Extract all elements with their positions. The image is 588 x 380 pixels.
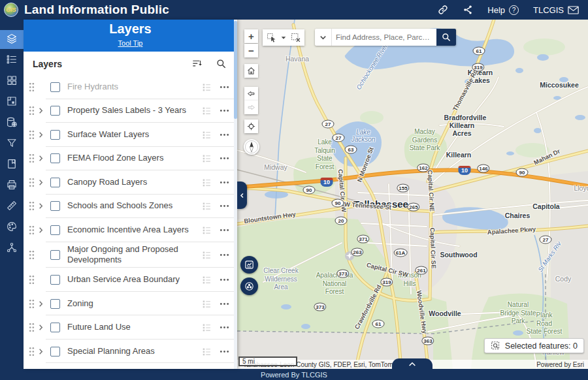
legend-list-icon[interactable]: [202, 299, 212, 309]
drag-handle-icon[interactable]: [29, 275, 37, 285]
gis-logo: GIS: [4, 3, 18, 17]
expand-chevron-icon[interactable]: [37, 179, 47, 186]
expand-chevron-icon[interactable]: [37, 300, 47, 308]
search-icon[interactable]: [216, 58, 227, 69]
search-input[interactable]: [332, 29, 436, 46]
sidebar-item-print[interactable]: [0, 176, 24, 195]
row-options-icon[interactable]: [220, 253, 229, 257]
row-options-icon[interactable]: [220, 181, 229, 184]
drag-handle-icon[interactable]: [29, 130, 37, 140]
row-options-icon[interactable]: [220, 278, 229, 281]
search-submit-button[interactable]: [436, 29, 456, 46]
expand-chevron-icon[interactable]: [37, 202, 47, 210]
layer-checkbox[interactable]: [50, 82, 60, 92]
row-options-icon[interactable]: [220, 133, 229, 136]
expand-chevron-icon[interactable]: [37, 155, 47, 162]
legend-list-icon[interactable]: [202, 201, 212, 211]
locate-button[interactable]: [244, 119, 258, 133]
link-icon[interactable]: [438, 5, 448, 15]
sort-filter-icon[interactable]: [191, 58, 203, 69]
sidebar-item-draw[interactable]: [0, 218, 24, 237]
layer-checkbox[interactable]: [50, 178, 60, 187]
zoom-in-button[interactable]: +: [244, 29, 258, 43]
selection-dropdown-caret-icon[interactable]: [280, 35, 287, 41]
drag-handle-icon[interactable]: [29, 225, 37, 235]
drag-handle-icon[interactable]: [29, 299, 37, 309]
layer-checkbox[interactable]: [50, 347, 60, 356]
row-options-icon[interactable]: [220, 157, 229, 160]
legend-list-icon[interactable]: [202, 323, 212, 332]
drag-handle-icon[interactable]: [29, 153, 37, 163]
expand-chevron-icon[interactable]: [37, 107, 47, 114]
legend-list-icon[interactable]: [202, 250, 212, 260]
expand-chevron-icon[interactable]: [37, 131, 47, 138]
row-options-icon[interactable]: [220, 229, 229, 232]
row-options-icon[interactable]: [220, 302, 229, 306]
screening-widget-button[interactable]: [240, 277, 258, 295]
layer-row: Property Sales Labels - 3 Years: [24, 99, 237, 123]
previous-extent-button[interactable]: [244, 87, 258, 101]
row-options-icon[interactable]: [220, 86, 229, 89]
next-extent-button[interactable]: [244, 101, 258, 114]
select-by-rectangle-icon[interactable]: [266, 32, 277, 43]
layer-checkbox[interactable]: [50, 130, 60, 140]
expand-chevron-icon[interactable]: [37, 324, 47, 331]
legend-list-icon[interactable]: [202, 153, 212, 163]
zoom-out-button[interactable]: −: [244, 44, 258, 57]
compass-button[interactable]: [244, 139, 259, 155]
row-options-icon[interactable]: [220, 350, 229, 353]
legend-list-icon[interactable]: [202, 130, 212, 140]
selection-count-icon: [491, 341, 500, 351]
row-options-icon[interactable]: [220, 326, 229, 329]
legend-list-icon[interactable]: [202, 347, 212, 356]
selected-features-badge: Selected features: 0: [484, 338, 584, 353]
layer-checkbox[interactable]: [50, 153, 60, 163]
layer-checkbox[interactable]: [50, 323, 60, 332]
share-icon[interactable]: [463, 5, 473, 15]
drag-handle-icon[interactable]: [29, 250, 37, 260]
search-icon: [441, 32, 451, 42]
drag-handle-icon[interactable]: [29, 323, 37, 332]
sidebar-item-bookmark[interactable]: [0, 155, 24, 174]
row-options-icon[interactable]: [220, 204, 229, 208]
drag-handle-icon[interactable]: [29, 347, 37, 356]
chart-widget-button[interactable]: [240, 256, 258, 274]
home-button[interactable]: [244, 64, 258, 78]
panel-collapse-tab[interactable]: [237, 182, 247, 209]
contact-button[interactable]: TLCGIS: [533, 5, 579, 15]
sidebar-item-layers[interactable]: [0, 30, 24, 49]
layer-label: Fire Hydrants: [67, 82, 202, 93]
legend-list-icon[interactable]: [202, 225, 212, 235]
clear-selection-icon[interactable]: [290, 32, 301, 43]
map-view[interactable]: HavanaKillearn LakesMiccosukeeBradfordvi…: [237, 20, 588, 369]
sidebar-item-measure[interactable]: [0, 197, 24, 216]
drag-handle-icon[interactable]: [29, 106, 37, 116]
layer-checkbox[interactable]: [50, 106, 60, 116]
sidebar-item-basemap[interactable]: [0, 93, 24, 112]
layer-checkbox[interactable]: [50, 250, 60, 260]
expand-chevron-icon[interactable]: [37, 348, 47, 355]
sidebar-item-data[interactable]: [0, 114, 24, 133]
layer-checkbox[interactable]: [50, 225, 60, 235]
search-source-dropdown[interactable]: [315, 29, 332, 46]
legend-list-icon[interactable]: [202, 106, 212, 116]
footer-text: Powered By TLCGIS: [261, 371, 327, 379]
legend-list-icon[interactable]: [202, 275, 212, 285]
help-button[interactable]: Help ?: [487, 5, 519, 15]
drag-handle-icon[interactable]: [29, 201, 37, 211]
sidebar-item-filter[interactable]: [0, 135, 24, 153]
expand-chevron-icon[interactable]: [37, 227, 47, 234]
sidebar-item-analysis[interactable]: [0, 239, 24, 258]
drag-handle-icon[interactable]: [29, 178, 37, 187]
tool-tip-link[interactable]: Tool Tip: [118, 39, 143, 47]
sidebar-item-legend[interactable]: [0, 51, 24, 70]
row-options-icon[interactable]: [220, 109, 229, 112]
legend-list-icon[interactable]: [202, 178, 212, 187]
layer-checkbox[interactable]: [50, 275, 60, 285]
sidebar-item-apps[interactable]: [0, 72, 24, 91]
layer-checkbox[interactable]: [50, 299, 60, 309]
drag-handle-icon[interactable]: [29, 82, 37, 92]
legend-list-icon[interactable]: [202, 82, 212, 92]
bottom-panel-tab[interactable]: [392, 358, 433, 369]
layer-checkbox[interactable]: [50, 201, 60, 211]
